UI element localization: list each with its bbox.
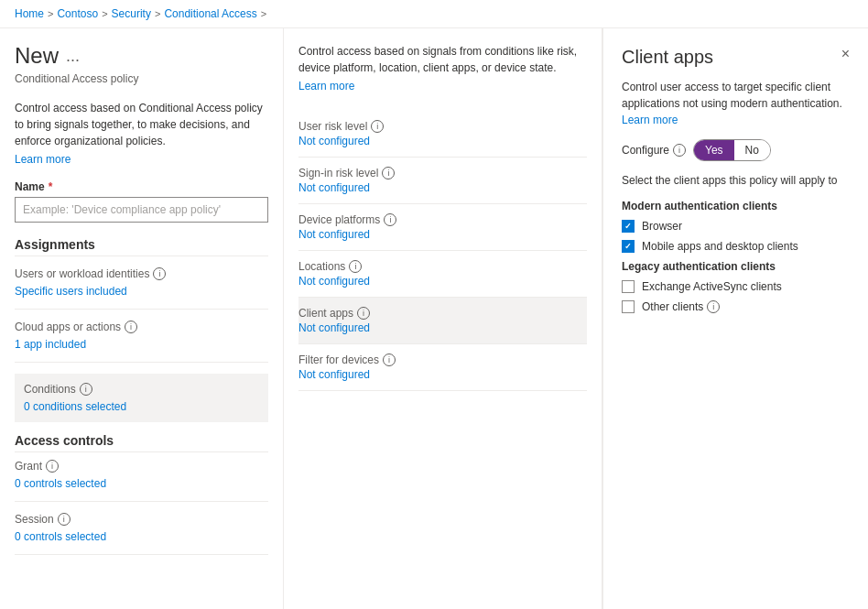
conditions-label: Conditions i	[24, 383, 259, 396]
breadcrumb-sep-2: >	[102, 8, 107, 19]
toggle-no-button[interactable]: No	[734, 140, 770, 160]
modern-checkboxes-group: Browser Mobile apps and desktop clients	[622, 220, 850, 253]
left-learn-more-link[interactable]: Learn more	[15, 153, 268, 166]
breadcrumb-security[interactable]: Security	[112, 7, 151, 20]
legacy-auth-title: Legacy authentication clients	[622, 260, 850, 273]
session-label: Session i	[15, 513, 268, 526]
conditions-section[interactable]: Conditions i 0 conditions selected	[15, 374, 268, 422]
condition-value-4: Not configured	[298, 321, 587, 334]
conditions-list: User risk level i Not configured Sign-in…	[298, 111, 587, 391]
name-label: Name *	[15, 180, 268, 193]
policy-subtitle: Conditional Access policy	[15, 72, 268, 85]
breadcrumb-sep-1: >	[48, 8, 53, 19]
conditions-info-icon[interactable]: i	[80, 383, 92, 396]
legacy-checkbox-row-0: Exchange ActiveSync clients	[622, 280, 850, 293]
condition-info-icon-5[interactable]: i	[383, 353, 396, 366]
breadcrumb-home[interactable]: Home	[15, 7, 44, 20]
legacy-checkbox-label-1: Other clientsi	[642, 300, 720, 313]
breadcrumb-sep-3: >	[155, 8, 160, 19]
modern-checkbox-row-1: Mobile apps and desktop clients	[622, 240, 850, 253]
flyout-close-button[interactable]: ×	[841, 47, 850, 61]
condition-value-1: Not configured	[298, 181, 587, 194]
condition-info-icon-2[interactable]: i	[384, 213, 396, 226]
breadcrumb-contoso[interactable]: Contoso	[57, 7, 98, 20]
modern-checkbox-label-1: Mobile apps and desktop clients	[642, 240, 798, 253]
users-info-icon[interactable]: i	[153, 267, 166, 280]
session-section: Session i 0 controls selected	[15, 513, 268, 555]
breadcrumb-sep-4: >	[261, 8, 266, 19]
condition-info-icon-0[interactable]: i	[371, 120, 384, 133]
modern-checkbox-row-0: Browser	[622, 220, 850, 233]
grant-label: Grant i	[15, 460, 268, 473]
condition-row-4[interactable]: Client apps i Not configured	[298, 298, 587, 344]
condition-label-0: User risk level i	[298, 120, 587, 133]
condition-label-4: Client apps i	[298, 307, 587, 320]
page-title: New	[15, 43, 59, 69]
middle-panel: Control access based on signals from con…	[284, 28, 602, 609]
condition-value-2: Not configured	[298, 228, 587, 241]
legacy-checkbox-label-0: Exchange ActiveSync clients	[642, 280, 782, 293]
page-title-area: New ...	[15, 43, 268, 69]
flyout-title: Client apps	[622, 47, 713, 68]
flyout-header: Client apps ×	[622, 47, 850, 68]
configure-row: Configure i Yes No	[622, 139, 850, 161]
ellipsis-menu[interactable]: ...	[66, 47, 80, 66]
name-required: *	[49, 180, 53, 193]
condition-info-icon-1[interactable]: i	[382, 167, 395, 179]
condition-row-2[interactable]: Device platforms i Not configured	[298, 204, 587, 251]
configure-info-icon[interactable]: i	[673, 144, 686, 157]
breadcrumb-conditional-access[interactable]: Conditional Access	[164, 7, 256, 20]
users-value[interactable]: Specific users included	[15, 285, 127, 298]
users-label: Users or workload identities i	[15, 267, 268, 280]
conditions-value[interactable]: 0 conditions selected	[24, 400, 126, 413]
modern-checkbox-0[interactable]	[622, 220, 635, 233]
condition-label-2: Device platforms i	[298, 213, 587, 226]
middle-description: Control access based on signals from con…	[298, 43, 587, 76]
grant-value[interactable]: 0 controls selected	[15, 477, 106, 490]
modern-auth-title: Modern authentication clients	[622, 200, 850, 212]
condition-value-5: Not configured	[298, 368, 587, 381]
other-clients-info-icon[interactable]: i	[707, 300, 720, 313]
condition-label-1: Sign-in risk level i	[298, 167, 587, 179]
middle-learn-more-link[interactable]: Learn more	[298, 80, 587, 92]
main-layout: New ... Conditional Access policy Contro…	[0, 28, 868, 609]
breadcrumb: Home > Contoso > Security > Conditional …	[0, 0, 868, 28]
modern-checkbox-1[interactable]	[622, 240, 635, 253]
condition-info-icon-3[interactable]: i	[349, 260, 362, 273]
condition-value-0: Not configured	[298, 135, 587, 147]
session-value[interactable]: 0 controls selected	[15, 530, 106, 543]
condition-row-3[interactable]: Locations i Not configured	[298, 251, 587, 298]
legacy-checkbox-0[interactable]	[622, 280, 635, 293]
grant-info-icon[interactable]: i	[46, 460, 59, 473]
cloud-apps-label: Cloud apps or actions i	[15, 321, 268, 333]
configure-toggle[interactable]: Yes No	[693, 139, 771, 161]
select-client-text: Select the client apps this policy will …	[622, 172, 850, 189]
users-assignment: Users or workload identities i Specific …	[15, 267, 268, 310]
cloud-apps-info-icon[interactable]: i	[125, 321, 137, 333]
access-controls-title: Access controls	[15, 433, 268, 452]
condition-row-5[interactable]: Filter for devices i Not configured	[298, 344, 587, 391]
toggle-yes-button[interactable]: Yes	[694, 140, 734, 160]
legacy-checkbox-row-1: Other clientsi	[622, 300, 850, 313]
cloud-apps-value[interactable]: 1 app included	[15, 338, 86, 351]
condition-info-icon-4[interactable]: i	[357, 307, 370, 320]
condition-row-1[interactable]: Sign-in risk level i Not configured	[298, 158, 587, 204]
legacy-checkboxes-group: Exchange ActiveSync clients Other client…	[622, 280, 850, 313]
configure-label: Configure i	[622, 144, 686, 157]
session-info-icon[interactable]: i	[58, 513, 71, 526]
flyout-learn-more-link[interactable]: Learn more	[622, 114, 678, 126]
condition-label-3: Locations i	[298, 260, 587, 273]
name-input[interactable]	[15, 197, 268, 223]
cloud-apps-assignment: Cloud apps or actions i 1 app included	[15, 321, 268, 363]
left-panel: New ... Conditional Access policy Contro…	[0, 28, 284, 609]
condition-value-3: Not configured	[298, 275, 587, 288]
grant-section: Grant i 0 controls selected	[15, 460, 268, 502]
assignments-title: Assignments	[15, 237, 268, 256]
flyout-description: Control user access to target specific c…	[622, 79, 850, 128]
client-apps-flyout: Client apps × Control user access to tar…	[602, 28, 868, 609]
modern-checkbox-label-0: Browser	[642, 220, 682, 233]
condition-row-0[interactable]: User risk level i Not configured	[298, 111, 587, 158]
condition-label-5: Filter for devices i	[298, 353, 587, 366]
left-description: Control access based on Conditional Acce…	[15, 100, 268, 149]
legacy-checkbox-1[interactable]	[622, 300, 635, 313]
